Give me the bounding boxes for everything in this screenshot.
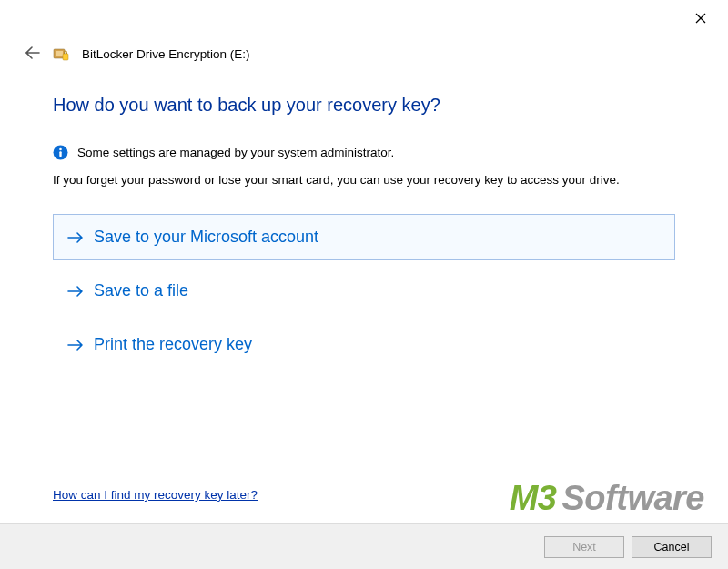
option-print-recovery-key[interactable]: Print the recovery key [53, 321, 675, 368]
back-button[interactable] [25, 46, 40, 62]
watermark-brand-software: Software [562, 479, 704, 517]
info-icon [53, 145, 68, 160]
bitlocker-icon [53, 46, 69, 62]
help-link[interactable]: How can I find my recovery key later? [53, 488, 258, 502]
wizard-header: BitLocker Drive Encryption (E:) [0, 0, 728, 62]
cancel-button[interactable]: Cancel [632, 536, 712, 558]
close-icon [695, 13, 706, 24]
svg-rect-7 [59, 151, 61, 157]
svg-rect-3 [56, 51, 63, 56]
admin-info-text: Some settings are managed by your system… [77, 146, 394, 159]
watermark-brand-m3: M3 [510, 479, 557, 517]
window-title: BitLocker Drive Encryption (E:) [82, 47, 250, 61]
description-text: If you forget your password or lose your… [53, 173, 675, 187]
wizard-content: How do you want to back up your recovery… [0, 62, 728, 368]
page-heading: How do you want to back up your recovery… [53, 95, 675, 116]
svg-rect-4 [63, 54, 68, 60]
option-label: Save to your Microsoft account [94, 228, 318, 247]
option-label: Print the recovery key [94, 335, 252, 354]
option-label: Save to a file [94, 281, 188, 300]
svg-point-6 [59, 148, 62, 151]
arrow-right-icon [66, 282, 85, 300]
close-button[interactable] [690, 7, 712, 29]
admin-info-row: Some settings are managed by your system… [53, 145, 675, 160]
option-save-to-file[interactable]: Save to a file [53, 268, 675, 314]
wizard-footer: Next Cancel [0, 523, 728, 569]
next-button: Next [544, 536, 624, 558]
back-arrow-icon [25, 46, 40, 59]
option-save-microsoft-account[interactable]: Save to your Microsoft account [53, 214, 675, 260]
watermark-logo: M3Software [510, 479, 704, 518]
arrow-right-icon [66, 229, 85, 247]
arrow-right-icon [66, 336, 85, 354]
